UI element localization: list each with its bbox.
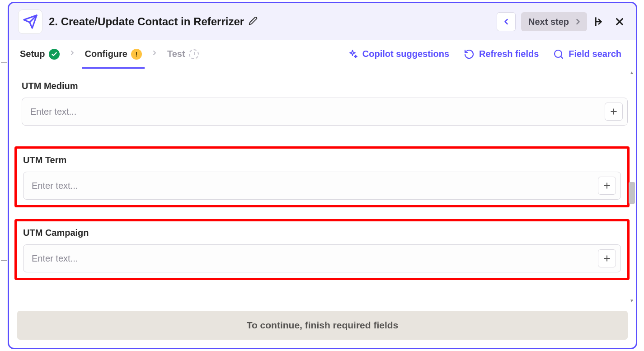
chevron-right-icon	[151, 49, 158, 56]
continue-disabled-bar: To continue, finish required fields	[17, 311, 628, 340]
field-input[interactable]	[24, 172, 598, 199]
field-input-wrap	[23, 172, 621, 200]
chevron-right-icon	[573, 17, 583, 26]
check-icon	[49, 49, 60, 60]
copilot-label: Copilot suggestions	[362, 49, 449, 59]
plus-icon	[609, 107, 618, 116]
tabs-row: Setup Configure ! Test Copilot suggestio…	[9, 40, 636, 68]
sparkles-icon	[347, 49, 358, 60]
close-button[interactable]	[612, 14, 627, 29]
field-label: UTM Campaign	[23, 228, 621, 238]
highlight-annotation: UTM Term	[14, 146, 630, 207]
modal-footer: To continue, finish required fields	[9, 304, 636, 348]
insert-data-button[interactable]	[605, 103, 623, 121]
background-artifact	[1, 260, 7, 263]
chevron-separator	[64, 49, 80, 59]
chevron-separator	[146, 49, 163, 59]
scrollbar-thumb[interactable]	[629, 182, 635, 204]
app-icon	[18, 9, 42, 34]
step-title-text: 2. Create/Update Contact in Referrizer	[49, 15, 244, 28]
field-block: UTM Medium	[22, 81, 628, 126]
close-icon	[614, 16, 625, 28]
step-title: 2. Create/Update Contact in Referrizer	[49, 15, 490, 28]
refresh-icon	[464, 49, 475, 60]
background-artifact	[1, 62, 7, 65]
field-input-wrap	[23, 244, 621, 272]
pending-icon	[189, 49, 199, 59]
search-label: Field search	[569, 49, 621, 59]
field-input-wrap	[22, 98, 628, 126]
modal-header: 2. Create/Update Contact in Referrizer N…	[9, 3, 636, 40]
field-block: UTM Campaign	[23, 228, 621, 272]
field-block: UTM Term	[23, 155, 621, 200]
tab-setup-label: Setup	[20, 49, 45, 59]
chevron-left-icon	[502, 17, 511, 26]
insert-data-button[interactable]	[598, 177, 616, 195]
scroll-up-arrow[interactable]: ▲	[630, 70, 634, 75]
continue-message: To continue, finish required fields	[247, 320, 399, 330]
next-step-button[interactable]: Next step	[521, 12, 587, 31]
search-icon	[553, 49, 564, 60]
refresh-label: Refresh fields	[479, 49, 539, 59]
highlight-annotation: UTM Campaign	[14, 219, 630, 280]
header-nav-group: Next step	[497, 12, 627, 31]
tab-configure-label: Configure	[85, 49, 127, 59]
plus-icon	[602, 254, 611, 263]
next-step-label: Next step	[528, 17, 569, 27]
field-label: UTM Term	[23, 155, 621, 165]
tab-test-label: Test	[167, 49, 185, 59]
prev-step-button[interactable]	[497, 12, 516, 31]
insert-data-button[interactable]	[598, 249, 616, 267]
field-label: UTM Medium	[22, 81, 628, 91]
send-icon	[23, 14, 38, 29]
scrollbar[interactable]: ▲ ▼	[629, 70, 635, 303]
pencil-icon	[249, 16, 258, 25]
svg-line-5	[561, 56, 563, 58]
copilot-suggestions-button[interactable]: Copilot suggestions	[341, 45, 456, 63]
warning-icon: !	[131, 49, 142, 60]
expand-icon	[594, 16, 606, 28]
tab-setup[interactable]: Setup	[17, 40, 62, 68]
chevron-right-icon	[69, 49, 76, 56]
tab-configure[interactable]: Configure !	[82, 40, 145, 68]
edit-title-button[interactable]	[249, 15, 258, 28]
field-input[interactable]	[24, 245, 598, 272]
scroll-down-arrow[interactable]: ▼	[630, 298, 634, 303]
tab-test[interactable]: Test	[165, 40, 202, 68]
expand-button[interactable]	[592, 14, 607, 29]
step-editor-modal: 2. Create/Update Contact in Referrizer N…	[8, 2, 637, 349]
plus-icon	[602, 181, 611, 190]
form-scroll-area[interactable]: UTM MediumUTM TermUTM Campaign ▲ ▼	[9, 68, 636, 304]
field-input[interactable]	[22, 98, 605, 125]
field-search-button[interactable]: Field search	[547, 45, 628, 63]
refresh-fields-button[interactable]: Refresh fields	[457, 45, 545, 63]
